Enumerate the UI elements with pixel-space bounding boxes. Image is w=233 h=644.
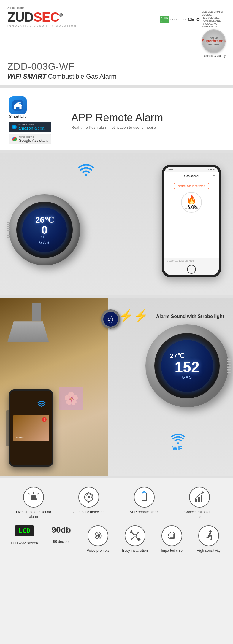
small-device-temp: 21℃ xyxy=(108,315,113,318)
svg-line-9 xyxy=(37,493,39,494)
chip-label: Imported chip xyxy=(161,548,183,553)
concentration-icon xyxy=(189,487,210,508)
kitchen-label: Kitchen xyxy=(16,436,24,439)
hood-pipe xyxy=(32,303,41,321)
model-row: ZDD-003G-WF WIFI SMART Combustible Gas A… xyxy=(7,61,226,80)
phone-content: Notice, gas is detected 🔥 16.0% xyxy=(164,180,219,258)
phone-wifi-icon xyxy=(138,491,151,504)
running-person-icon xyxy=(202,529,215,542)
svg-marker-22 xyxy=(202,491,204,494)
alexa-name: amazon alexa xyxy=(18,126,44,131)
wifi-label-area: WiFi xyxy=(171,432,186,452)
feature-concentration: Concentration data push xyxy=(182,487,217,519)
section-divider-2 xyxy=(0,150,233,153)
badges-col: WORKS WITH amazon alexa works with the G… xyxy=(9,122,51,144)
logo-sec: SEC xyxy=(33,10,59,24)
feature-easy-install: Easy installation xyxy=(117,525,153,553)
registered-symbol: ® xyxy=(59,13,63,18)
chip-icon-circle xyxy=(161,525,182,546)
easy-install-label: Easy installation xyxy=(122,548,148,553)
large-device: 27℃ 152 GAS xyxy=(145,324,229,407)
section-divider-1 xyxy=(0,85,233,88)
phone-with-hand: 10:02 3.9KB/s ← Gas sensor ✏ Notice, gas… xyxy=(162,165,221,277)
product-title: WIFI SMART Combustible Gas Alarm xyxy=(7,73,226,80)
google-text: works with the Google Assistant xyxy=(19,136,48,143)
svg-rect-29 xyxy=(170,534,174,538)
phone-mockup: 10:02 3.9KB/s ← Gas sensor ✏ Notice, gas… xyxy=(162,165,221,277)
db-badge-wrap: 90db xyxy=(52,525,71,537)
large-value: 152 xyxy=(175,360,199,375)
phone-header: ← Gas sensor ✏ xyxy=(164,172,219,180)
feature-chip: Imported chip xyxy=(154,525,190,553)
large-ridges xyxy=(227,359,231,373)
svg-point-3 xyxy=(41,406,42,407)
smartlife-label: Smart Life xyxy=(9,114,26,119)
gas-device: 26℃ 0 %LEL GAS xyxy=(9,194,80,265)
easy-install-icon xyxy=(125,525,145,546)
logo-right: RoHS✓ COMPLIANT CE ♻ LED LED LAMPSSOLIDE… xyxy=(160,11,226,58)
live-strobe-label: Live strobe and sound alarm xyxy=(16,510,51,519)
cert-icons: RoHS✓ COMPLIANT CE ♻ LED LED LAMPSSOLIDE… xyxy=(160,11,226,28)
ce-mark: CE xyxy=(188,17,194,22)
showcase-bg: 26℃ 0 %LEL GAS xyxy=(0,153,233,295)
small-device-val: 148 xyxy=(108,318,113,321)
phone-time: 10:02 xyxy=(167,168,173,171)
wifi-icon-large xyxy=(171,432,186,444)
svg-rect-21 xyxy=(201,495,202,502)
svg-point-42 xyxy=(209,530,212,533)
app-right: APP Remote Alarm Real-time Push alarm no… xyxy=(71,112,163,130)
alexa-text: WORKS WITH amazon alexa xyxy=(18,123,44,131)
features-section: Live strobe and sound alarm Automatic de… xyxy=(0,478,233,565)
auto-detect-icon xyxy=(78,487,99,508)
wrench-cross-icon xyxy=(129,529,142,542)
phone-footer: ● 2020.4.28 10:02 Gas Alarm xyxy=(164,258,219,264)
alexa-badge: WORKS WITH amazon alexa xyxy=(9,122,51,132)
chip-icon xyxy=(165,529,178,542)
kitchen-phone-screen: ! Kitchen xyxy=(10,391,52,465)
kitchen-bg: 🌸 ! Kitchen xyxy=(0,298,110,476)
product-line: WIFI SMART xyxy=(7,73,46,80)
app-section: Smart Life WORKS WITH amazon alexa works… xyxy=(0,88,233,150)
sensitivity-label: High sensitivity xyxy=(197,548,221,553)
svg-rect-20 xyxy=(198,497,200,502)
section-divider-4 xyxy=(0,476,233,478)
app-remote-subtitle: Real-time Push alarm notification to use… xyxy=(71,125,163,130)
svg-line-7 xyxy=(28,493,30,494)
features-row-1: Live strobe and sound alarm Automatic de… xyxy=(6,487,227,519)
live-strobe-icon xyxy=(23,487,44,508)
kitchen-phone: ! Kitchen xyxy=(9,389,53,467)
cert-small-text: LED LED LAMPSSOLIDER RECYCLABLEPLASTICS … xyxy=(202,11,226,28)
gas-screen: 26℃ 0 %LEL GAS xyxy=(22,208,67,252)
small-device-screen: 21℃ 148 GAS xyxy=(103,312,118,327)
gas-notice: Notice, gas is detected xyxy=(174,183,209,189)
product-showcase: 26℃ 0 %LEL GAS xyxy=(0,153,233,295)
svg-point-14 xyxy=(88,496,90,498)
gas-value-num: 16.0 xyxy=(185,205,194,210)
gas-value-display: 0 xyxy=(42,225,47,236)
flower: 🌸 xyxy=(59,387,83,410)
logo-brand: ZUDSEC® xyxy=(7,11,77,24)
header-section: Since 1999 ZUDSEC® INNOVATIVE SECURITY S… xyxy=(0,0,233,85)
small-device-label: GAS xyxy=(109,321,112,323)
compliant-text: COMPLIANT xyxy=(170,18,186,21)
wifi-text: WiFi xyxy=(171,446,186,452)
left-ridges xyxy=(7,222,10,238)
google-name: Google Assistant xyxy=(19,138,48,143)
large-device-inner: 27℃ 152 GAS xyxy=(154,333,220,398)
flame-icon: 🔥 xyxy=(186,195,197,205)
large-device-screen: 27℃ 152 GAS xyxy=(161,340,213,392)
feature-app-remote: APP remote alarm xyxy=(126,487,162,515)
logo-left: ZUDSEC® INNOVATIVE SECURITY SOLUTION xyxy=(7,11,77,27)
flame-display: 🔥 16.0% xyxy=(181,192,202,213)
phone-screen: 10:02 3.9KB/s ← Gas sensor ✏ Notice, gas… xyxy=(164,167,219,275)
superbrands-badge: VOTED Superbrands Your Choice xyxy=(202,29,226,53)
logo-zud: ZUD xyxy=(7,10,33,24)
section-divider-3 xyxy=(0,295,233,298)
superbrands-name: Superbrands xyxy=(202,39,226,43)
svg-point-27 xyxy=(134,535,136,537)
auto-detect-label: Automatic detection xyxy=(73,510,104,515)
concentration-label: Concentration data push xyxy=(182,510,217,519)
gas-phone-value: 16.0% xyxy=(185,205,198,210)
lcd-badge: LCD xyxy=(15,525,34,536)
feature-auto-detect: Automatic detection xyxy=(71,487,107,515)
